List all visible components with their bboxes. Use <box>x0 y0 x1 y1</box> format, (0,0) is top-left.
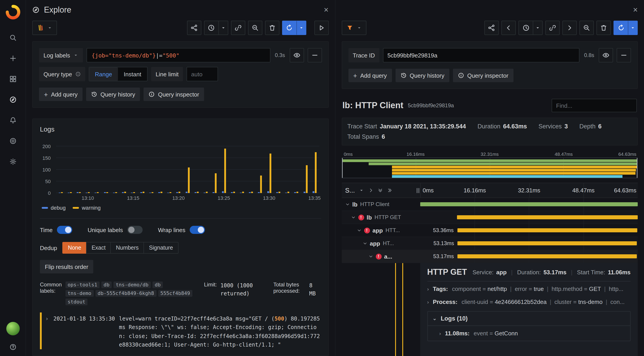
span-row[interactable]: !a...53.17ms <box>342 250 638 263</box>
sidebar-item-search[interactable] <box>8 32 18 43</box>
sidebar-item-create[interactable] <box>8 53 18 64</box>
error-icon: ! <box>358 214 364 220</box>
span-row[interactable]: lbHTTP Client <box>342 198 638 211</box>
trace-minimap[interactable]: 0ms16.16ms32.31ms48.47ms64.63ms <box>342 151 638 178</box>
tags-accordion[interactable]: › Tags: component = net/http|error = tru… <box>427 282 630 295</box>
minimap-frame[interactable] <box>342 158 638 178</box>
time-range-caret-button[interactable] <box>533 21 543 35</box>
span-name-cell[interactable]: !a... <box>342 253 420 260</box>
flip-results-button[interactable]: Flip results order <box>40 260 93 273</box>
query-history-button[interactable]: Query history <box>395 69 449 82</box>
dedup-option-exact[interactable]: Exact <box>86 242 111 254</box>
share-button[interactable] <box>187 21 201 35</box>
span-timeline-cell[interactable]: 53.13ms <box>420 237 638 250</box>
preview-toggle-button[interactable] <box>599 48 613 62</box>
log-row[interactable]: ›2021-01-18 13:35:30level=warn traceID=2… <box>40 312 321 349</box>
query-history-button[interactable]: Query history <box>86 88 140 101</box>
wrap-lines-toggle[interactable] <box>190 226 205 234</box>
span-logs-accordion[interactable]: ⌄ Logs (10) <box>428 311 630 325</box>
tags-preview: component = net/http|error = true|http.m… <box>452 285 630 292</box>
dedup-option-numbers[interactable]: Numbers <box>110 242 144 254</box>
run-query-button[interactable] <box>314 21 328 35</box>
span-row[interactable]: !appHTT...53.36ms <box>342 224 638 237</box>
grafana-logo[interactable] <box>5 5 20 20</box>
copy-link-button[interactable] <box>231 21 245 35</box>
span-bar[interactable] <box>457 228 637 232</box>
log-labels-dropdown[interactable]: Log labels <box>39 48 83 62</box>
close-left-pane-button[interactable]: × <box>324 6 328 14</box>
tag-value: true <box>534 285 544 292</box>
unique-labels-toggle[interactable] <box>127 226 142 234</box>
sidebar-item-help-circle[interactable] <box>8 136 18 146</box>
zoom-out-button[interactable] <box>248 21 262 35</box>
dedup-option-none[interactable]: None <box>62 242 87 254</box>
datasource-picker-tempo[interactable] <box>342 21 366 35</box>
sidebar-item-configuration[interactable] <box>8 156 18 167</box>
chevron-right-icon[interactable] <box>368 188 374 193</box>
add-query-button[interactable]: + Add query <box>39 88 82 101</box>
span-bar[interactable] <box>457 215 638 219</box>
span-timeline-cell[interactable]: 53.17ms <box>420 250 638 263</box>
close-right-pane-button[interactable]: × <box>633 6 638 14</box>
span-row[interactable]: !lbHTTP GET <box>342 211 638 224</box>
collapse-all-icon[interactable] <box>387 188 393 193</box>
column-resize-handle[interactable] <box>416 188 419 193</box>
clear-all-button[interactable] <box>596 21 611 35</box>
copy-link-button[interactable] <box>545 21 560 35</box>
refresh-caret-button[interactable] <box>628 21 638 35</box>
span-row[interactable]: appHT...53.13ms <box>342 237 638 250</box>
sidebar-item-alerting[interactable] <box>8 115 18 126</box>
span-timeline-cell[interactable] <box>420 198 638 211</box>
time-range-caret-button[interactable] <box>218 21 228 35</box>
timeline-tick: 0ms <box>423 187 434 194</box>
dedup-option-signature[interactable]: Signature <box>144 242 178 254</box>
remove-query-button[interactable] <box>617 48 631 62</box>
span-bar[interactable] <box>458 241 636 245</box>
span-service-name: app <box>370 240 380 247</box>
expand-log-icon[interactable]: › <box>45 315 49 349</box>
refresh-button[interactable] <box>614 21 628 35</box>
share-button[interactable] <box>484 21 499 35</box>
back-button[interactable] <box>502 21 516 35</box>
refresh-button[interactable] <box>282 21 296 35</box>
service-operation-column-header[interactable]: S... <box>342 183 420 198</box>
span-log-entry[interactable]: ›11.08ms:event = GetConn <box>428 325 630 341</box>
sidebar-item-explore[interactable] <box>8 94 18 105</box>
span-name-cell[interactable]: appHT... <box>342 240 420 247</box>
legend-item-warning[interactable]: warning <box>73 205 101 211</box>
help-button[interactable] <box>8 342 18 352</box>
process-accordion[interactable]: › Process: client-uuid = 4e24666612b52de… <box>427 295 630 308</box>
query-inspector-button[interactable]: Query inspector <box>144 88 204 101</box>
time-toggle[interactable] <box>57 226 72 234</box>
chevron-down-icon[interactable] <box>359 188 364 193</box>
logql-query-input[interactable]: {job="tns-demo/db"} |= "500" <box>87 48 270 62</box>
trace-find-input[interactable] <box>552 99 637 112</box>
refresh-caret-button[interactable] <box>296 21 306 35</box>
time-range-button[interactable] <box>518 21 533 35</box>
instant-option[interactable]: Instant <box>118 67 147 81</box>
trace-id-input[interactable] <box>383 48 580 62</box>
forward-button[interactable] <box>562 21 577 35</box>
query-inspector-button[interactable]: Query inspector <box>453 69 514 82</box>
legend-item-debug[interactable]: debug <box>42 205 66 211</box>
span-name-cell[interactable]: lbHTTP Client <box>342 201 420 208</box>
sidebar-item-dashboards[interactable] <box>8 74 18 84</box>
span-bar[interactable] <box>420 202 638 206</box>
add-query-button[interactable]: + Add query <box>348 69 392 82</box>
expand-all-icon[interactable] <box>378 188 383 193</box>
span-bar[interactable] <box>458 254 637 258</box>
debug-bar <box>68 193 70 193</box>
datasource-picker-loki[interactable] <box>32 21 57 35</box>
span-timeline-cell[interactable] <box>420 211 638 224</box>
remove-query-button[interactable] <box>308 48 322 62</box>
zoom-out-button[interactable] <box>580 21 594 35</box>
user-avatar[interactable] <box>6 322 20 335</box>
range-option[interactable]: Range <box>89 67 118 81</box>
time-range-button[interactable] <box>204 21 218 35</box>
clear-all-button[interactable] <box>265 21 279 35</box>
span-name-cell[interactable]: !appHTT... <box>342 227 420 234</box>
preview-toggle-button[interactable] <box>290 48 304 62</box>
span-timeline-cell[interactable]: 53.36ms <box>420 224 638 237</box>
line-limit-input[interactable] <box>186 67 218 81</box>
span-name-cell[interactable]: !lbHTTP GET <box>342 214 420 221</box>
